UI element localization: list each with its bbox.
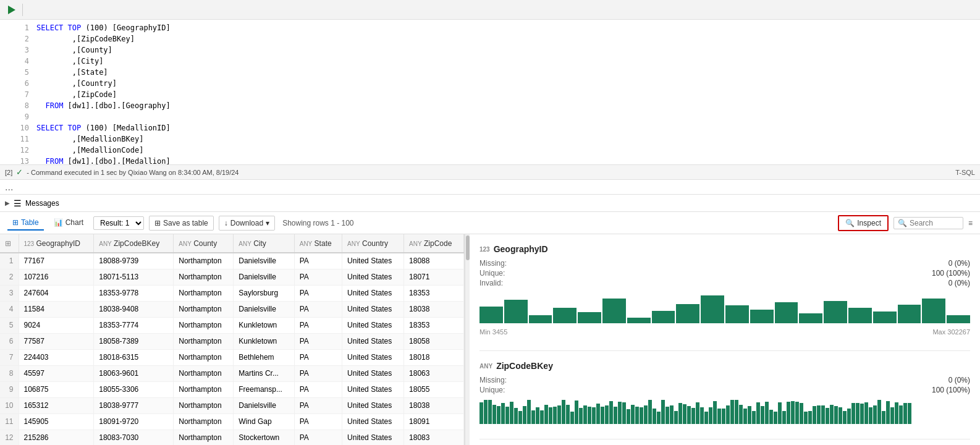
cell-state: PA — [294, 301, 342, 317]
status-check-icon: ✓ — [16, 167, 23, 177]
cell-geoid: 215286 — [19, 430, 94, 445]
table-row[interactable]: 11 145905 18091-9720 Northampton Wind Ga… — [0, 413, 464, 430]
download-label: Download — [230, 219, 263, 227]
inspect-button[interactable]: 🔍 Inspect — [838, 215, 889, 231]
inspect-label: Inspect — [857, 219, 881, 227]
save-as-table-label: Save as table — [163, 219, 208, 227]
divider-2 — [479, 439, 970, 439]
save-as-table-button[interactable]: ⊞ Save as table — [149, 216, 214, 231]
mini-bar — [592, 407, 596, 424]
mini-bar — [752, 411, 756, 424]
showing-rows-text: Showing rows 1 - 100 — [282, 219, 353, 227]
cell-geoid: 45597 — [19, 365, 94, 381]
cell-zipcode: 18083 — [404, 430, 464, 445]
cell-city: Wind Gap — [234, 413, 294, 430]
cell-country: United States — [342, 381, 404, 397]
mini-bar — [601, 407, 604, 424]
search-box[interactable]: 🔍 — [893, 217, 963, 229]
more-options-button[interactable]: ... — [5, 182, 13, 193]
mini-bar — [640, 407, 643, 424]
mini-bar — [761, 406, 764, 424]
table-row[interactable]: 12 215286 18083-7030 Northampton Stocker… — [0, 430, 464, 445]
mini-bar — [644, 405, 648, 424]
cell-state: PA — [294, 317, 342, 333]
table-row[interactable]: 2 107216 18071-5113 Northampton Danielsv… — [0, 269, 464, 285]
geographyid-type-badge: 123 — [479, 246, 490, 253]
scroll-bar[interactable] — [465, 234, 470, 445]
run-button[interactable] — [5, 3, 19, 17]
bar — [676, 304, 699, 324]
cell-geoid: 77587 — [19, 333, 94, 349]
mini-bar — [838, 407, 842, 424]
cell-county: Northampton — [174, 285, 234, 301]
mini-bar — [843, 411, 847, 424]
messages-row: ▶ ☰ Messages — [0, 195, 980, 212]
cell-zipcode: 18353 — [404, 285, 464, 301]
mini-bar — [787, 402, 790, 424]
cell-county: Northampton — [174, 430, 234, 445]
row-num: 12 — [0, 430, 19, 445]
cell-city: Bethlehem — [234, 349, 294, 365]
col-header-zipcodebkey[interactable]: ANY ZipCodeBKey — [94, 234, 174, 253]
cell-country: United States — [342, 430, 404, 445]
mini-bar — [678, 403, 682, 424]
filter-icon[interactable]: ≡ — [968, 219, 973, 227]
col-header-county[interactable]: ANY County — [174, 234, 234, 253]
cell-zipcode: 18088 — [404, 253, 464, 269]
result-selector[interactable]: Result: 1 — [93, 216, 144, 230]
row-num: 11 — [0, 413, 19, 430]
cell-country: United States — [342, 365, 404, 381]
table-row[interactable]: 5 9024 18353-7774 Northampton Kunkletown… — [0, 317, 464, 333]
status-bar: [2] ✓ - Command executed in 1 sec by Qix… — [0, 165, 980, 180]
main-content: ⊞ 123 GeographyID ANY ZipCodeBKey ANY Co… — [0, 234, 980, 445]
table-tab[interactable]: ⊞ Table — [7, 216, 44, 231]
table-row[interactable]: 10 165312 18038-9777 Northampton Daniels… — [0, 397, 464, 413]
mini-bar — [479, 402, 483, 424]
cell-state: PA — [294, 253, 342, 269]
chart-tab[interactable]: 📊 Chart — [49, 216, 88, 231]
mini-bar — [873, 405, 877, 424]
zipcodebkey-stats: Missing: 0 (0%) Unique: 100 (100%) — [479, 376, 970, 394]
cell-geoid: 106875 — [19, 381, 94, 397]
mini-bar — [821, 405, 825, 424]
mini-bar — [531, 410, 535, 424]
cell-zip: 18038-9408 — [94, 301, 174, 317]
grid-icon: ⊞ — [5, 239, 11, 248]
mini-bar — [523, 406, 526, 424]
cell-county: Northampton — [174, 365, 234, 381]
table-row[interactable]: 7 224403 18018-6315 Northampton Bethlehe… — [0, 349, 464, 365]
scroll-thumb[interactable] — [466, 235, 470, 260]
row-num: 5 — [0, 317, 19, 333]
cell-zip: 18088-9739 — [94, 253, 174, 269]
more-options-bar: ... — [0, 180, 980, 195]
col-header-zipcode[interactable]: ANY ZipCode — [404, 234, 464, 253]
download-button[interactable]: ↓ Download ▾ — [219, 216, 275, 231]
table-row[interactable]: 8 45597 18063-9601 Northampton Martins C… — [0, 365, 464, 381]
expand-messages-icon[interactable]: ▶ — [5, 200, 10, 206]
mini-bar — [691, 408, 695, 424]
geographyid-stats: Missing: 0 (0%) Unique: 100 (100%) Inval… — [479, 259, 970, 287]
mini-bar — [851, 403, 855, 424]
mini-bar — [497, 406, 501, 424]
table-row[interactable]: 1 77167 18088-9739 Northampton Danielsvi… — [0, 253, 464, 269]
col-header-country[interactable]: ANY Country — [342, 234, 404, 253]
col-header-geographyid[interactable]: 123 GeographyID — [19, 234, 94, 253]
table-row[interactable]: 4 11584 18038-9408 Northampton Danielsvi… — [0, 301, 464, 317]
table-row[interactable]: 3 247604 18353-9778 Northampton Saylorsb… — [0, 285, 464, 301]
mini-bar — [536, 407, 539, 424]
table-row[interactable]: 9 106875 18055-3306 Northampton Freemans… — [0, 381, 464, 397]
col-header-state[interactable]: ANY State — [294, 234, 342, 253]
cell-city: Danielsville — [234, 397, 294, 413]
table-row[interactable]: 6 77587 18058-7389 Northampton Kunkletow… — [0, 333, 464, 349]
row-num: 1 — [0, 253, 19, 269]
bar — [602, 299, 626, 324]
col-header-city[interactable]: ANY City — [234, 234, 294, 253]
mini-bar — [730, 400, 734, 424]
language-selector[interactable]: T-SQL — [955, 169, 975, 176]
geographyid-bar-chart — [479, 292, 970, 323]
code-editor[interactable]: SELECT TOP (100) [GeographyID] ,[ZipCode… — [34, 22, 980, 162]
mini-bar — [903, 403, 907, 424]
mini-bar — [510, 402, 513, 424]
row-num: 7 — [0, 349, 19, 365]
search-input[interactable] — [910, 219, 959, 227]
